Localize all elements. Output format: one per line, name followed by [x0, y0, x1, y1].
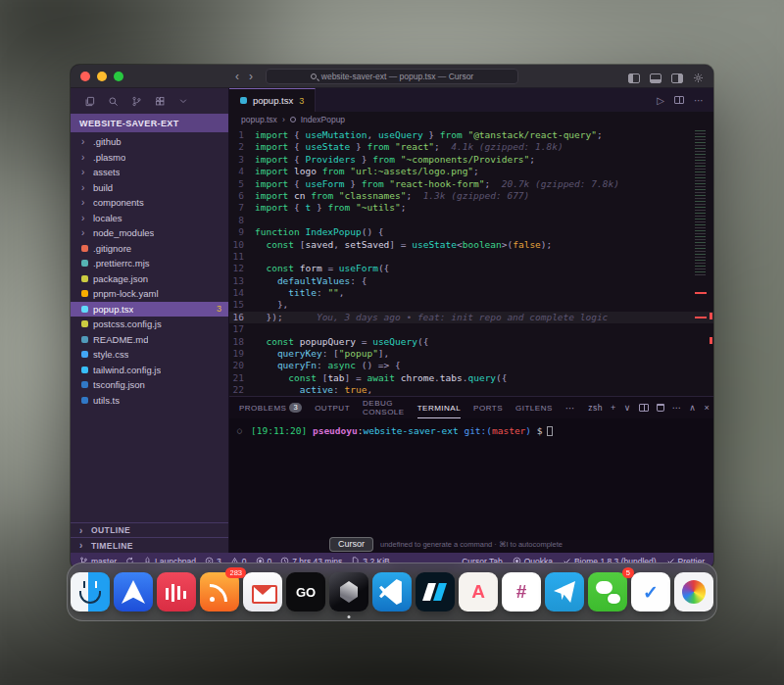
file-name: postcss.config.js: [93, 318, 162, 329]
tree-item-plasmo[interactable]: ›.plasmo: [71, 150, 228, 166]
dock-icon-flighty[interactable]: [114, 572, 153, 612]
code-editor[interactable]: 1import { useMutation, useQuery } from "…: [229, 127, 713, 396]
kill-terminal-icon[interactable]: [657, 404, 664, 412]
panel-tab-gitlens[interactable]: GITLENS: [515, 397, 553, 418]
forward-button[interactable]: ›: [249, 69, 253, 84]
code-text: [255, 323, 713, 335]
code-line-15: 15 },: [229, 299, 713, 311]
line-number: 9: [229, 226, 255, 238]
tree-item-popup-tsx[interactable]: popup.tsx3: [71, 302, 228, 318]
explorer-icon[interactable]: [84, 96, 95, 107]
notification-badge: 5: [622, 567, 634, 578]
more-actions-icon[interactable]: ⋯: [694, 95, 704, 106]
panel-tab-debug-console[interactable]: DEBUG CONSOLE: [363, 397, 405, 418]
tree-item-utils-ts[interactable]: utils.ts: [71, 393, 228, 409]
tree-item-postcss-config-js[interactable]: postcss.config.js: [71, 317, 228, 332]
tree-item-components[interactable]: ›components: [71, 195, 228, 211]
panel-tab-ports[interactable]: PORTS: [473, 397, 503, 418]
dock-icon-vscode[interactable]: [372, 572, 412, 612]
dock-icon-reeder[interactable]: 283: [200, 572, 239, 612]
back-button[interactable]: ‹: [235, 69, 239, 84]
dock-icon-mail[interactable]: [243, 572, 282, 612]
code-text: const [tab] = await chrome.tabs.query({: [255, 372, 713, 384]
panel-tab-output[interactable]: OUTPUT: [315, 397, 350, 418]
line-number: 5: [229, 178, 255, 190]
line-number: 2: [229, 141, 255, 153]
tree-item-prettierrc-mjs[interactable]: .prettierrc.mjs: [71, 256, 228, 271]
zoom-button[interactable]: [114, 72, 123, 81]
toggle-panel-icon[interactable]: [650, 73, 662, 83]
dock-icon-wechat[interactable]: 5: [588, 572, 627, 612]
terminal[interactable]: ○ [19:11:20] pseudoyu:website-saver-ext …: [229, 418, 713, 540]
source-control-icon[interactable]: [131, 96, 142, 107]
shell-name[interactable]: zsh: [588, 403, 603, 413]
toggle-sidebar-icon[interactable]: [628, 73, 640, 83]
minimize-button[interactable]: [97, 72, 107, 81]
breadcrumb[interactable]: popup.tsx › IndexPopup: [229, 112, 713, 127]
code-line-4: 4import logo from "url:~assets/logo.png"…: [229, 166, 713, 177]
tree-item-tailwind-config-js[interactable]: tailwind.config.js: [71, 363, 228, 378]
dock-icon-arc[interactable]: A: [459, 572, 498, 612]
dock-icon-telegram[interactable]: [545, 572, 584, 612]
run-button[interactable]: ▷: [657, 95, 664, 106]
file-name: popup.tsx: [93, 304, 133, 315]
dock-icon-things[interactable]: [631, 572, 670, 612]
maximize-panel-icon[interactable]: ∧: [689, 403, 696, 413]
outline-section[interactable]: › OUTLINE: [71, 523, 228, 538]
tree-item-gitignore[interactable]: .gitignore: [71, 241, 228, 257]
titlebar[interactable]: ‹ › website-saver-ext — popup.tsx — Curs…: [71, 65, 713, 88]
breadcrumb-file[interactable]: popup.tsx: [241, 115, 277, 124]
tree-item-node-modules[interactable]: ›node_modules: [71, 225, 228, 241]
command-decoration-icon[interactable]: ○: [237, 426, 251, 435]
command-center[interactable]: website-saver-ext — popup.tsx — Cursor: [266, 69, 518, 84]
tree-item-pnpm-lock-yaml[interactable]: pnpm-lock.yaml: [71, 286, 228, 302]
more-icon[interactable]: ⋯: [672, 403, 682, 413]
dock-icon-slack[interactable]: #: [502, 572, 541, 612]
toggle-secondary-sidebar-icon[interactable]: [671, 73, 683, 83]
tree-item-github[interactable]: ›.github: [71, 134, 228, 150]
tree-item-tsconfig-json[interactable]: tsconfig.json: [71, 377, 228, 393]
line-number: 1: [229, 129, 255, 141]
line-number: 17: [229, 323, 255, 335]
panel-tab-problems[interactable]: PROBLEMS3: [239, 397, 302, 418]
minimap[interactable]: [695, 130, 706, 277]
tree-item-package-json[interactable]: package.json: [71, 271, 228, 287]
code-line-11: 11: [229, 251, 713, 263]
timeline-section[interactable]: › TIMELINE: [71, 538, 228, 553]
new-terminal-icon[interactable]: +: [611, 403, 616, 413]
tree-item-readme-md[interactable]: README.md: [71, 332, 228, 348]
breadcrumb-symbol[interactable]: IndexPopup: [301, 115, 345, 124]
close-button[interactable]: [80, 72, 90, 81]
search-icon[interactable]: [108, 96, 119, 107]
code-text: queryKey: ["popup"],: [255, 348, 713, 360]
dock-icon-pinwheel[interactable]: [674, 572, 713, 612]
file-explorer[interactable]: ›.github›.plasmo›assets›build›components…: [71, 132, 228, 522]
panel-tab-terminal[interactable]: TERMINAL: [417, 397, 461, 418]
tree-item-build[interactable]: ›build: [71, 180, 228, 196]
dock-icon-music[interactable]: [157, 572, 196, 612]
close-panel-icon[interactable]: ×: [704, 403, 710, 413]
dock-icon-go[interactable]: GO: [286, 572, 325, 612]
file-name: utils.ts: [93, 395, 120, 406]
split-terminal-icon[interactable]: [639, 404, 649, 412]
dock-icon-finder[interactable]: [71, 572, 110, 612]
file-name: .gitignore: [93, 243, 131, 254]
split-editor-icon[interactable]: [674, 96, 684, 104]
chevron-down-icon[interactable]: ∨: [624, 403, 631, 413]
dock-icon-cursor[interactable]: [329, 572, 368, 612]
tab-popup-tsx[interactable]: popup.tsx 3: [229, 88, 316, 112]
settings-gear-icon[interactable]: [693, 70, 704, 87]
chevron-right-icon: ›: [81, 227, 88, 238]
file-name: assets: [93, 167, 120, 177]
chevron-down-icon[interactable]: [178, 96, 188, 106]
code-line-10: 10 const [saved, setSaved] = useState<bo…: [229, 239, 713, 251]
tree-item-style-css[interactable]: style.css: [71, 347, 228, 363]
tree-item-locales[interactable]: ›locales: [71, 211, 228, 226]
extensions-icon[interactable]: [155, 96, 166, 107]
tree-item-assets[interactable]: ›assets: [71, 165, 228, 180]
project-header[interactable]: WEBSITE-SAVER-EXT: [71, 114, 228, 132]
code-line-3: 3import { Providers } from "~components/…: [229, 154, 713, 166]
sidebar: WEBSITE-SAVER-EXT ›.github›.plasmo›asset…: [71, 88, 229, 553]
dock-icon-warp[interactable]: [416, 572, 455, 612]
more-panel-tabs-icon[interactable]: ⋯: [565, 403, 576, 414]
